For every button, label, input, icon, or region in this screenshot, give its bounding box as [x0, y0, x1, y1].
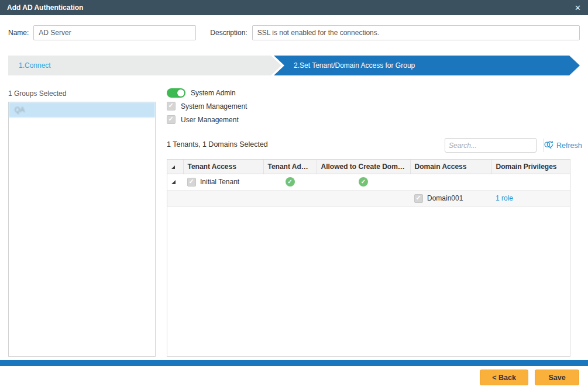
system-admin-toggle[interactable] [167, 88, 185, 98]
group-list-item[interactable]: QA [9, 102, 155, 118]
footer-accent-bar [0, 360, 588, 366]
wizard-step-connect[interactable]: 1.Connect [8, 56, 281, 75]
dialog-title: Add AD Authentication [7, 4, 83, 12]
tenant-name: Initial Tenant [200, 178, 239, 186]
domain-name: Domain001 [427, 194, 463, 202]
tenant-domain-table: Tenant Access Tenant Admin... Allowed to… [167, 159, 570, 357]
description-input[interactable] [252, 25, 580, 40]
group-list: QA [8, 102, 156, 357]
wizard-steps: 1.Connect 2.Set Tenant/Domain Access for… [8, 56, 580, 75]
user-management-checkbox[interactable] [167, 115, 176, 124]
system-admin-row: System Admin [167, 88, 236, 98]
add-ad-authentication-dialog: Add AD Authentication ✕ Name: Descriptio… [0, 0, 588, 390]
tenant-admin-check-icon [286, 177, 295, 187]
collapse-all-icon[interactable] [171, 165, 175, 169]
col-domain-privileges: Domain Privileges [491, 160, 570, 174]
close-icon[interactable]: ✕ [575, 4, 581, 12]
save-button[interactable]: Save [535, 370, 579, 385]
search-box [445, 138, 537, 153]
groups-selected-label: 1 Groups Selected [8, 89, 66, 98]
system-management-label: System Management [181, 102, 247, 111]
col-allowed-create-domain: Allowed to Create Domain ... [317, 160, 410, 174]
dialog-titlebar: Add AD Authentication ✕ [0, 0, 588, 15]
user-management-row: User Management [167, 115, 239, 124]
wizard-step-access[interactable]: 2.Set Tenant/Domain Access for Group [274, 56, 580, 75]
tenant-row: Initial Tenant [167, 174, 570, 190]
tenant-checkbox[interactable] [187, 178, 196, 187]
back-button[interactable]: < Back [480, 370, 528, 385]
col-tenant-admin: Tenant Admin... [263, 160, 317, 174]
allowed-create-check-icon [359, 177, 368, 187]
name-label: Name: [8, 29, 29, 37]
name-input[interactable] [33, 25, 196, 40]
system-management-checkbox[interactable] [167, 102, 176, 111]
collapse-all-header [167, 160, 183, 174]
refresh-icon [546, 140, 554, 150]
user-management-label: User Management [181, 116, 239, 124]
system-admin-label: System Admin [191, 89, 236, 97]
tenants-summary: 1 Tenants, 1 Domains Selected [167, 140, 268, 149]
wizard-step-connect-label: 1.Connect [19, 61, 51, 70]
role-link[interactable]: 1 role [496, 194, 513, 202]
row-expander-icon[interactable] [171, 180, 176, 184]
description-label: Description: [210, 29, 247, 37]
refresh-button[interactable]: Refresh [546, 140, 582, 150]
form-row: Name: Description: [8, 25, 580, 40]
system-management-row: System Management [167, 102, 247, 111]
domain-row: Domain001 1 role [167, 190, 570, 206]
table-header-row: Tenant Access Tenant Admin... Allowed to… [167, 160, 570, 174]
col-domain-access: Domain Access [410, 160, 491, 174]
domain-checkbox[interactable] [414, 194, 423, 203]
search-input[interactable] [445, 139, 543, 152]
refresh-label: Refresh [556, 141, 582, 150]
wizard-step-access-label: 2.Set Tenant/Domain Access for Group [294, 61, 415, 70]
col-tenant-access: Tenant Access [183, 160, 263, 174]
